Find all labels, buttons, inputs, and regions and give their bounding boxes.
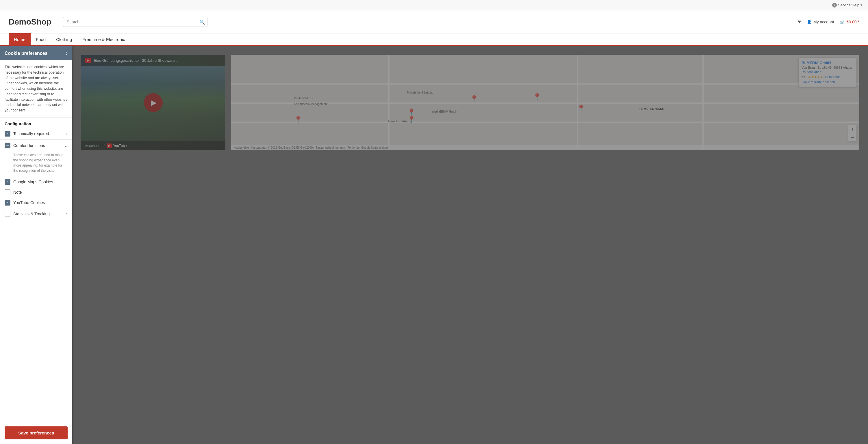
video-title: Eine Gründungsgeschichte - 20 Jahre Shop…	[94, 58, 178, 63]
sub-item-note[interactable]: Note	[0, 187, 72, 198]
sub-item-youtube[interactable]: YouTube Cookies	[0, 198, 72, 208]
save-preferences-wrap: Save preferences	[0, 422, 72, 444]
nav-item-home[interactable]: Home	[9, 33, 31, 46]
comfort-functions-checkbox[interactable]	[5, 143, 10, 148]
logo-demo: Demo	[9, 17, 31, 26]
map-bigger-link[interactable]: Größere Karte ansehen	[802, 80, 854, 84]
map-controls: + −	[848, 125, 857, 141]
map-pin-3: 📍	[294, 116, 303, 124]
map-footer: Kurzbefehle · Kartendaten © 2022 GeoBasi…	[231, 145, 859, 150]
map-road-3	[231, 122, 859, 123]
google-maps-label: Google Maps Cookies	[13, 179, 53, 184]
map-pin-1: 📍	[470, 95, 478, 103]
save-preferences-button[interactable]: Save preferences	[5, 426, 68, 439]
service-help[interactable]: ? Service/Help ▾	[832, 3, 862, 7]
map-address: Von-Braun-Straße 49, 48683 Ahaus	[802, 66, 854, 69]
map-zoom-out-button[interactable]: −	[848, 133, 857, 141]
top-bar: ? Service/Help ▾	[0, 0, 868, 10]
section-comfort-functions-header[interactable]: Comfort functions ⌄	[0, 140, 72, 151]
map-embed: Münsterland Zeitung PriMediaMax - Social…	[231, 55, 859, 150]
map-pin-2: 📍	[533, 93, 541, 101]
logo-shop: Shop	[31, 17, 52, 26]
cart-area[interactable]: 🛒 €0.00 *	[840, 20, 859, 24]
section-statistics-tracking: Statistics & Tracking ›	[0, 208, 72, 220]
map-pin-main: 📍	[577, 104, 585, 112]
cookie-header: Cookie preferences ›	[0, 46, 72, 60]
my-account[interactable]: 👤 My account	[807, 20, 834, 24]
map-road-6	[703, 55, 704, 150]
map-label-1: Münsterland Zeitung	[407, 91, 433, 94]
video-bottom-bar: Ansehen auf ▶ YouTube	[81, 141, 225, 150]
technically-required-checkbox[interactable]	[5, 131, 10, 137]
map-footer-text: Kurzbefehle · Kartendaten © 2022 GeoBasi…	[234, 146, 389, 149]
cookie-description: This website uses cookies, which are nec…	[0, 60, 72, 117]
youtube-text: YouTube	[113, 144, 127, 148]
comfort-functions-label: Comfort functions	[13, 143, 61, 148]
main-layout: Cookie preferences › This website uses c…	[0, 46, 868, 444]
sub-item-google-maps[interactable]: Google Maps Cookies	[0, 177, 72, 187]
map-pin-4: 📍	[407, 108, 416, 116]
nav-item-food[interactable]: Food	[31, 33, 51, 46]
cookie-panel-close-icon[interactable]: ›	[66, 50, 68, 56]
section-technically-required: Technically required ›	[0, 128, 72, 140]
map-route-link[interactable]: Routenplaner	[802, 70, 854, 74]
map-road-5	[577, 55, 578, 150]
map-label-2: PriMediaMax -	[294, 97, 312, 100]
note-checkbox[interactable]	[5, 190, 10, 195]
header: DemoShop 🔍 ♥ 👤 My account 🛒 €0.00 *	[0, 10, 868, 33]
technically-required-chevron-icon: ›	[66, 131, 68, 136]
my-account-label: My account	[813, 20, 834, 24]
google-maps-checkbox[interactable]	[5, 179, 10, 185]
technically-required-label: Technically required	[13, 131, 63, 136]
youtube-full-logo: ▶ YouTube	[106, 143, 127, 148]
cart-icon: 🛒	[840, 20, 845, 24]
video-play-button[interactable]	[144, 93, 163, 112]
video-embed[interactable]: ▶ Eine Gründungsgeschichte - 20 Jahre Sh…	[81, 55, 225, 150]
map-reviews[interactable]: 11 Berichte	[825, 75, 841, 79]
cookie-config-label: Configuration	[0, 117, 72, 128]
search-button[interactable]: 🔍	[199, 19, 205, 25]
nav-item-free-time[interactable]: Free time & Electronic	[77, 33, 130, 46]
map-label-3: SocialMedia-Management	[294, 102, 328, 106]
cart-price: €0.00 *	[847, 20, 859, 24]
wishlist-icon[interactable]: ♥	[798, 19, 801, 25]
youtube-logo-small: ▶	[85, 58, 91, 63]
map-business-name: BLMEDiA GmbH	[802, 61, 854, 65]
user-icon: 👤	[807, 20, 812, 24]
cookie-panel-title: Cookie preferences	[5, 51, 48, 56]
map-label-4: mediaBEAM GmbH	[432, 110, 457, 113]
header-actions: ♥ 👤 My account 🛒 €0.00 *	[798, 19, 859, 25]
nav-bar: Home Food Clothing Free time & Electroni…	[0, 33, 868, 46]
content-inner: ▶ Eine Gründungsgeschichte - 20 Jahre Sh…	[72, 46, 868, 159]
statistics-tracking-label: Statistics & Tracking	[13, 212, 63, 216]
map-info-box: BLMEDiA GmbH Von-Braun-Straße 49, 48683 …	[799, 58, 857, 87]
logo[interactable]: DemoShop	[9, 17, 52, 27]
map-zoom-in-button[interactable]: +	[848, 125, 857, 133]
service-help-chevron: ▾	[861, 3, 862, 7]
statistics-tracking-chevron-icon: ›	[66, 212, 68, 216]
cookie-panel: Cookie preferences › This website uses c…	[0, 46, 72, 444]
statistics-tracking-checkbox[interactable]	[5, 211, 10, 217]
comfort-functions-description: These cookies are used to make the shopp…	[0, 151, 72, 177]
map-road-4	[389, 55, 390, 150]
youtube-icon: ▶	[106, 143, 112, 148]
section-comfort-functions: Comfort functions ⌄ These cookies are us…	[0, 140, 72, 208]
watch-on-label: Ansehen auf	[85, 144, 104, 148]
search-input[interactable]	[63, 17, 208, 27]
map-road-1	[231, 83, 859, 84]
video-overlay: ▶ Eine Gründungsgeschichte - 20 Jahre Sh…	[81, 55, 225, 66]
section-statistics-tracking-header[interactable]: Statistics & Tracking ›	[0, 208, 72, 220]
service-help-label: Service/Help	[838, 3, 859, 7]
youtube-label: YouTube Cookies	[13, 200, 45, 205]
video-background: ▶ Eine Gründungsgeschichte - 20 Jahre Sh…	[81, 55, 225, 150]
nav-item-clothing[interactable]: Clothing	[51, 33, 77, 46]
youtube-checkbox[interactable]	[5, 200, 10, 206]
content-area: ▶ Eine Gründungsgeschichte - 20 Jahre Sh…	[72, 46, 868, 444]
note-label: Note	[13, 190, 22, 195]
help-icon: ?	[832, 3, 837, 7]
map-pin-5: 📍	[407, 116, 416, 124]
map-rating: 5,0	[802, 75, 806, 79]
search-bar: 🔍	[63, 17, 208, 27]
comfort-functions-chevron-icon: ⌄	[64, 143, 68, 148]
section-technically-required-header[interactable]: Technically required ›	[0, 128, 72, 139]
